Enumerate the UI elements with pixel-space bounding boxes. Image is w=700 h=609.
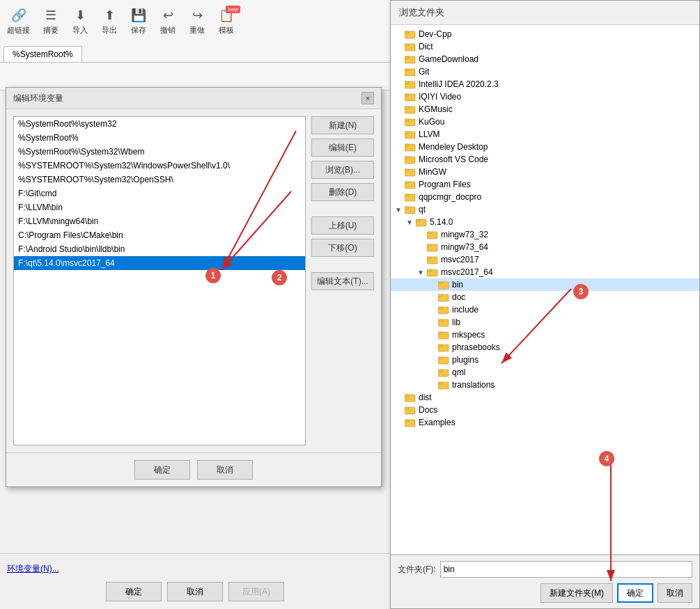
browse-confirm-button[interactable]: 确定: [617, 583, 653, 603]
tree-item[interactable]: Mendeley Desktop: [391, 141, 699, 153]
folder-icon: [405, 104, 416, 114]
tree-item[interactable]: bin: [391, 278, 699, 291]
tree-toggle-icon: [427, 342, 437, 352]
tree-item[interactable]: plugins: [391, 354, 699, 366]
tree-item[interactable]: ▼ qt: [391, 203, 699, 216]
bottom-action-buttons: 确定 取消 应用(A): [0, 579, 390, 604]
folder-icon: [438, 317, 449, 327]
env-confirm-button[interactable]: 确定: [134, 460, 190, 480]
svg-rect-62: [438, 382, 442, 384]
tree-item-label: Docs: [419, 405, 437, 415]
env-variable-list[interactable]: %SystemRoot%\system32 %SystemRoot% %Syst…: [13, 116, 306, 445]
edit-env-title-bar: 编辑环境变量 ×: [6, 88, 381, 109]
tree-item-label: Examples: [419, 418, 456, 427]
browse-cancel-button[interactable]: 取消: [658, 583, 692, 603]
tree-item[interactable]: mingw73_32: [391, 228, 699, 241]
main-cancel-button[interactable]: 取消: [167, 582, 223, 601]
tree-item[interactable]: GameDownload: [391, 53, 699, 65]
tree-item[interactable]: msvc2017: [391, 253, 699, 266]
list-item[interactable]: C:\Program Files\CMake\bin: [14, 228, 305, 242]
toolbar-hyperlink[interactable]: 🔗 超链接: [7, 7, 30, 35]
tree-item[interactable]: IQIYI Video: [391, 90, 699, 103]
edit-button[interactable]: 编辑(E): [311, 139, 374, 157]
tree-item[interactable]: Dev-Cpp: [391, 28, 699, 40]
tree-toggle-icon: [416, 242, 426, 252]
tree-item-label: include: [452, 305, 479, 315]
tree-item[interactable]: mingw73_64: [391, 241, 699, 253]
toolbar-summary[interactable]: ☰ 摘要: [42, 7, 59, 35]
main-confirm-button[interactable]: 确定: [106, 582, 162, 601]
tree-item-label: IQIYI Video: [419, 92, 461, 102]
env-action-buttons: 新建(N) 编辑(E) 浏览(B)... 删除(D) 上移(U) 下移(O) 编…: [311, 116, 374, 445]
toolbar-save[interactable]: 💾 保存: [130, 7, 147, 35]
tree-item[interactable]: Examples: [391, 416, 699, 429]
export-icon: ⬆: [101, 7, 118, 24]
list-item[interactable]: %SystemRoot%\system32: [14, 117, 305, 131]
list-item[interactable]: F:\LLVM\mingw64\bin: [14, 214, 305, 228]
list-item[interactable]: F:\Git\cmd: [14, 187, 305, 200]
toolbar-tabs: %SystemRoot%: [0, 42, 390, 63]
tree-item-label: msvc2017_64: [441, 267, 493, 277]
svg-rect-34: [405, 207, 409, 209]
list-item[interactable]: F:\LLVM\bin: [14, 200, 305, 214]
tab-sysroot[interactable]: %SystemRoot%: [3, 46, 82, 62]
list-item[interactable]: %SystemRoot%: [14, 131, 305, 145]
tree-item[interactable]: Microsoft VS Code: [391, 153, 699, 166]
tree-item-label: mingw73_64: [441, 242, 488, 252]
list-item[interactable]: %SystemRoot%\System32\Wbem: [14, 145, 305, 159]
tree-item[interactable]: LLVM: [391, 128, 699, 141]
toolbar-import[interactable]: ⬇ 导入: [72, 7, 88, 35]
edit-text-button[interactable]: 编辑文本(T)...: [311, 272, 374, 290]
tree-item[interactable]: Git: [391, 65, 699, 78]
tree-item[interactable]: include: [391, 303, 699, 316]
tree-item-label: Microsoft VS Code: [419, 155, 488, 164]
move-up-button[interactable]: 上移(U): [311, 216, 374, 235]
browse-button[interactable]: 浏览(B)...: [311, 161, 374, 179]
toolbar-template[interactable]: 📋new 模板: [218, 7, 235, 35]
toolbar-export[interactable]: ⬆ 导出: [101, 7, 118, 35]
folder-input[interactable]: [440, 561, 692, 578]
tree-item[interactable]: doc: [391, 291, 699, 303]
tree-item[interactable]: translations: [391, 379, 699, 391]
new-folder-button[interactable]: 新建文件夹(M): [540, 583, 613, 603]
svg-rect-32: [405, 194, 409, 196]
browse-title: 浏览文件夹: [399, 7, 444, 17]
tree-item[interactable]: ▼ 5.14.0: [391, 216, 699, 228]
main-apply-button[interactable]: 应用(A): [228, 582, 284, 601]
toolbar-save-label: 保存: [131, 25, 146, 35]
browse-tree[interactable]: Dev-Cpp Dict GameDownload Git IntelliJ I…: [391, 25, 699, 555]
edit-env-dialog: 编辑环境变量 × %SystemRoot%\system32 %SystemRo…: [6, 87, 382, 487]
tree-item[interactable]: ▼ msvc2017_64: [391, 266, 699, 278]
tree-item[interactable]: dist: [391, 391, 699, 404]
tree-item[interactable]: KGMusic: [391, 103, 699, 116]
tree-toggle-icon: [394, 405, 403, 415]
tree-item-label: Dict: [419, 42, 433, 52]
tree-item[interactable]: mkspecs: [391, 329, 699, 341]
list-item-selected[interactable]: F:\qt\5.14.0\msvc2017_64: [14, 256, 305, 270]
toolbar-template-label: 模板: [219, 25, 234, 35]
tree-item[interactable]: phrasebooks: [391, 341, 699, 354]
env-variables-link[interactable]: 环境变量(N)...: [0, 559, 390, 579]
toolbar-undo[interactable]: ↩ 撤销: [160, 7, 176, 35]
list-item[interactable]: F:\Android Studio\bin\lldb\bin: [14, 242, 305, 256]
tree-item[interactable]: lib: [391, 316, 699, 329]
edit-env-close-button[interactable]: ×: [361, 92, 374, 104]
tree-item-label: mkspecs: [452, 330, 485, 340]
tree-item[interactable]: IntelliJ IDEA 2020.2.3: [391, 78, 699, 90]
tree-item[interactable]: Program Files: [391, 178, 699, 191]
tree-item[interactable]: Dict: [391, 40, 699, 53]
list-item[interactable]: %SYSTEMROOT%\System32\OpenSSH\: [14, 173, 305, 187]
toolbar-redo[interactable]: ↪ 重做: [189, 7, 205, 35]
move-down-button[interactable]: 下移(O): [311, 239, 374, 257]
tree-toggle-icon: ▼: [416, 267, 426, 277]
tree-item[interactable]: MinGW: [391, 166, 699, 178]
folder-icon: [438, 355, 449, 365]
new-button[interactable]: 新建(N): [311, 116, 374, 134]
tree-item[interactable]: KuGou: [391, 116, 699, 128]
tree-item[interactable]: Docs: [391, 404, 699, 416]
tree-item[interactable]: qqpcmgr_docpro: [391, 191, 699, 203]
env-cancel-button[interactable]: 取消: [197, 460, 253, 480]
tree-item[interactable]: qml: [391, 366, 699, 379]
list-item[interactable]: %SYSTEMROOT%\System32\WindowsPowerShell\…: [14, 159, 305, 173]
delete-button[interactable]: 删除(D): [311, 183, 374, 201]
